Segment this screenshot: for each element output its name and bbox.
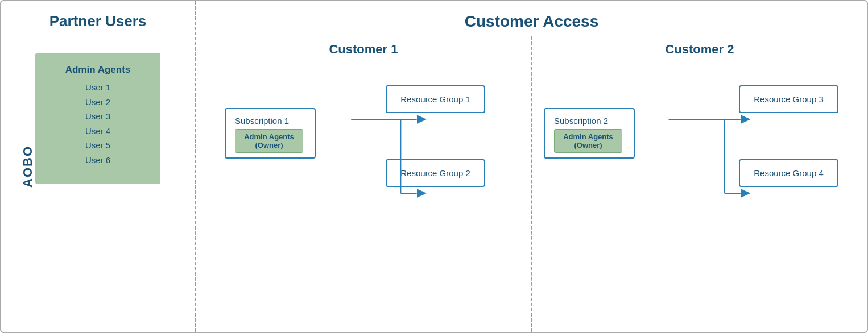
admin-agents-title: Admin Agents <box>65 64 131 76</box>
subscription2-label: Subscription 2 <box>554 116 622 126</box>
customer2-title: Customer 2 <box>665 42 734 57</box>
customer1-title: Customer 1 <box>329 42 398 57</box>
diagram-container: AOBO Partner Users Admin Agents User 1Us… <box>0 0 868 333</box>
resource-group-3-box: Resource Group 3 <box>739 85 838 113</box>
user-item: User 3 <box>85 109 110 124</box>
resource-group-4-label: Resource Group 4 <box>751 168 826 178</box>
resource-group-3-label: Resource Group 3 <box>751 94 826 104</box>
user-item: User 4 <box>85 124 110 139</box>
partner-section-title: Partner Users <box>49 13 147 30</box>
resource-group-1-label: Resource Group 1 <box>398 94 473 104</box>
aobo-label: AOBO <box>20 145 35 188</box>
resource-group-4-box: Resource Group 4 <box>739 159 838 187</box>
customer2-column: Customer 2 Subscription 2 Admin Agents(O… <box>532 36 867 332</box>
admin-owner-badge-2: Admin Agents(Owner) <box>554 129 622 153</box>
partner-section: AOBO Partner Users Admin Agents User 1Us… <box>1 1 195 332</box>
customer1-column: Customer 1 Subscription 1 Admin Agents(O… <box>196 36 531 332</box>
user-item: User 5 <box>85 138 110 153</box>
users-list: User 1User 2User 3User 4User 5User 6 <box>85 80 110 167</box>
user-item: User 2 <box>85 95 110 110</box>
resource-group-2-box: Resource Group 2 <box>386 159 485 187</box>
user-item: User 1 <box>85 80 110 95</box>
customers-row: Customer 1 Subscription 1 Admin Agents(O… <box>196 36 867 332</box>
resource-group-2-label: Resource Group 2 <box>398 168 473 178</box>
subscription1-box: Subscription 1 Admin Agents(Owner) <box>225 108 316 159</box>
customer2-diagram: Subscription 2 Admin Agents(Owner) Resou… <box>532 74 867 244</box>
customer-access-section: Customer Access Customer 1 Subscription … <box>196 1 867 332</box>
user-item: User 6 <box>85 153 110 168</box>
customer-access-title: Customer Access <box>196 1 867 36</box>
resource-group-1-box: Resource Group 1 <box>386 85 485 113</box>
subscription2-box: Subscription 2 Admin Agents(Owner) <box>544 108 635 159</box>
subscription1-label: Subscription 1 <box>235 116 303 126</box>
admin-agents-box: Admin Agents User 1User 2User 3User 4Use… <box>35 53 160 184</box>
customer1-diagram: Subscription 1 Admin Agents(Owner) Resou… <box>196 74 531 244</box>
admin-owner-badge-1: Admin Agents(Owner) <box>235 129 303 153</box>
